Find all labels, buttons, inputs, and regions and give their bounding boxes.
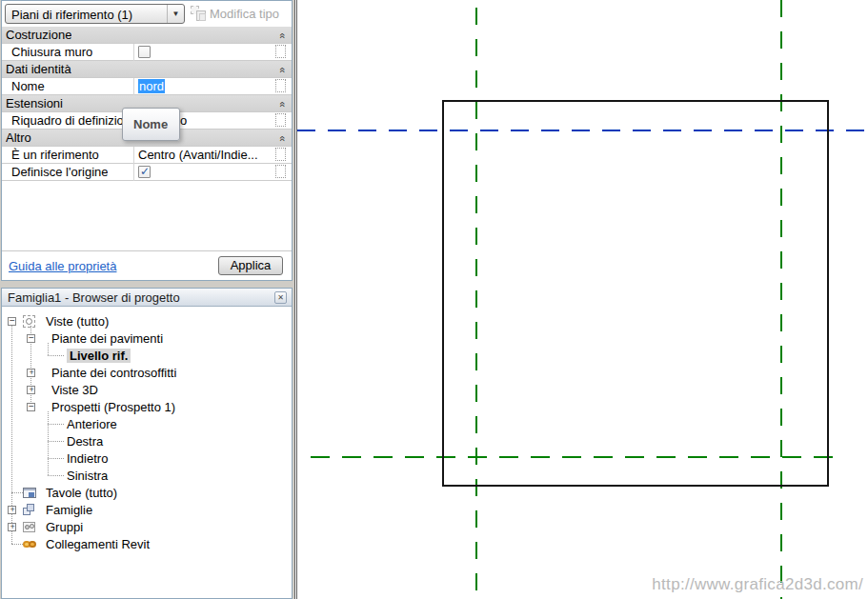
tree-item-label: Tavole (tutto) bbox=[46, 486, 117, 500]
tree-item-indietro[interactable]: Indietro bbox=[2, 450, 292, 468]
equalize-cell bbox=[275, 148, 286, 161]
tree-item-famiglie[interactable]: Famiglie bbox=[2, 502, 292, 519]
tree-item-label: Sinistra bbox=[67, 469, 108, 483]
apply-button[interactable]: Applica bbox=[218, 256, 283, 275]
nome-value-input[interactable]: nord bbox=[138, 79, 165, 93]
equalize-cell bbox=[275, 113, 286, 127]
property-row-nome: Nome nord bbox=[2, 78, 292, 95]
type-selector-row: Piani di riferimento (1) ▼ Modifica tipo bbox=[2, 1, 292, 27]
group-label: Estensioni bbox=[6, 96, 63, 110]
tree-item-label: Gruppi bbox=[46, 520, 83, 534]
tree-item-piante-controsoffitti[interactable]: Piante dei controsoffitti bbox=[2, 365, 292, 382]
tree-item-anteriore[interactable]: Anteriore bbox=[2, 416, 292, 433]
tree-item-label: Destra bbox=[67, 434, 103, 449]
element-type-dropdown[interactable]: Piani di riferimento (1) ▼ bbox=[5, 4, 185, 24]
tree-item-label: Famiglie bbox=[46, 503, 92, 517]
groups-icon bbox=[23, 521, 36, 533]
project-browser-tree: Viste (tutto) Piante dei pavimenti Livel… bbox=[2, 307, 292, 598]
tree-item-collegamenti-revit[interactable]: Collegamenti Revit bbox=[2, 536, 292, 553]
property-grid: Costruzione « Chiusura muro Dati identit… bbox=[2, 27, 292, 181]
sheets-icon bbox=[23, 487, 36, 499]
tree-item-livello-rif[interactable]: Livello rif. bbox=[2, 348, 292, 365]
group-label: Costruzione bbox=[6, 28, 71, 42]
group-label: Altro bbox=[6, 130, 31, 145]
chiusura-muro-checkbox[interactable] bbox=[138, 46, 151, 58]
expand-expander-icon[interactable] bbox=[8, 523, 16, 531]
tree-item-destra[interactable]: Destra bbox=[2, 433, 292, 450]
tree-item-label: Anteriore bbox=[67, 417, 117, 431]
project-browser-titlebar[interactable]: Famiglia1 - Browser di progetto ✕ bbox=[2, 289, 292, 307]
property-label: Definisce l'origine bbox=[11, 165, 108, 179]
collapse-expander-icon[interactable] bbox=[27, 334, 35, 343]
tree-item-label: Indietro bbox=[67, 451, 108, 466]
equalize-cell bbox=[275, 79, 286, 92]
sketch-rectangle[interactable] bbox=[442, 100, 829, 487]
modify-type-button[interactable]: Modifica tipo bbox=[190, 5, 289, 24]
tree-item-sinistra[interactable]: Sinistra bbox=[2, 468, 292, 485]
collapse-expander-icon[interactable] bbox=[27, 403, 35, 411]
revit-link-icon bbox=[23, 538, 36, 550]
property-row-e-un-riferimento: È un riferimento Centro (Avanti/Indie... bbox=[2, 147, 292, 164]
property-row-chiusura-muro: Chiusura muro bbox=[2, 44, 292, 61]
watermark-text: http://www.grafica2d3d.com/ bbox=[652, 575, 863, 594]
equalize-cell bbox=[275, 165, 286, 178]
tree-item-gruppi[interactable]: Gruppi bbox=[2, 519, 292, 536]
expand-expander-icon[interactable] bbox=[8, 506, 16, 514]
tooltip-text: Nome bbox=[133, 117, 168, 131]
tree-item-label: Prospetti (Prospetto 1) bbox=[51, 400, 175, 414]
properties-help-link[interactable]: Guida alle proprietà bbox=[9, 259, 116, 273]
riferimento-value[interactable]: Centro (Avanti/Indie... bbox=[138, 148, 258, 162]
drawing-canvas[interactable]: http://www.grafica2d3d.com/ bbox=[294, 0, 868, 599]
property-label: Chiusura muro bbox=[11, 45, 92, 59]
property-label: Nome bbox=[11, 79, 45, 93]
equalize-cell bbox=[275, 45, 286, 58]
definisce-origine-checkbox[interactable] bbox=[138, 166, 151, 178]
properties-palette: Piani di riferimento (1) ▼ Modifica tipo… bbox=[1, 0, 293, 281]
property-label: Riquadro di definizio bbox=[11, 113, 124, 128]
tooltip: Nome bbox=[122, 108, 180, 141]
properties-footer: Guida alle proprietà Applica bbox=[2, 250, 292, 280]
property-group-dati-identita[interactable]: Dati identità « bbox=[2, 61, 292, 78]
tree-item-prospetti[interactable]: Prospetti (Prospetto 1) bbox=[2, 399, 292, 416]
group-label: Dati identità bbox=[6, 62, 71, 76]
views-icon bbox=[23, 315, 36, 328]
dropdown-arrow-icon[interactable]: ▼ bbox=[167, 5, 184, 23]
edit-type-icon bbox=[191, 6, 206, 21]
property-label: È un riferimento bbox=[11, 148, 99, 162]
property-row-definisce-origine: Definisce l'origine bbox=[2, 164, 292, 181]
tree-item-label: Piante dei controsoffitti bbox=[51, 366, 176, 380]
tree-item-label-selected: Livello rif. bbox=[67, 349, 131, 363]
close-icon[interactable]: ✕ bbox=[274, 291, 287, 304]
tree-item-piante-pavimenti[interactable]: Piante dei pavimenti bbox=[2, 330, 292, 348]
tree-item-label: Collegamenti Revit bbox=[46, 537, 150, 551]
expand-expander-icon[interactable] bbox=[27, 386, 35, 394]
collapse-chevron-icon[interactable]: « bbox=[276, 67, 288, 71]
element-type-value: Piani di riferimento (1) bbox=[11, 8, 132, 22]
tree-item-label: Piante dei pavimenti bbox=[51, 331, 163, 346]
revit-family-editor: Piani di riferimento (1) ▼ Modifica tipo… bbox=[0, 0, 868, 599]
tree-item-viste-3d[interactable]: Viste 3D bbox=[2, 382, 292, 399]
property-group-costruzione[interactable]: Costruzione « bbox=[2, 27, 292, 44]
project-browser: Famiglia1 - Browser di progetto ✕ bbox=[1, 288, 293, 599]
collapse-chevron-icon[interactable]: « bbox=[276, 135, 288, 140]
families-icon bbox=[23, 504, 36, 516]
tree-item-viste[interactable]: Viste (tutto) bbox=[2, 313, 292, 330]
tree-item-tavole[interactable]: Tavole (tutto) bbox=[2, 485, 292, 502]
left-panel-column: Piani di riferimento (1) ▼ Modifica tipo… bbox=[0, 0, 297, 599]
collapse-expander-icon[interactable] bbox=[8, 317, 16, 326]
tree-item-label: Viste 3D bbox=[51, 383, 98, 397]
project-browser-title: Famiglia1 - Browser di progetto bbox=[8, 290, 180, 305]
collapse-chevron-icon[interactable]: « bbox=[276, 32, 288, 37]
modify-type-label: Modifica tipo bbox=[210, 7, 279, 21]
collapse-chevron-icon[interactable]: « bbox=[276, 101, 288, 106]
expand-expander-icon[interactable] bbox=[27, 369, 35, 377]
tree-item-label: Viste (tutto) bbox=[46, 314, 109, 329]
